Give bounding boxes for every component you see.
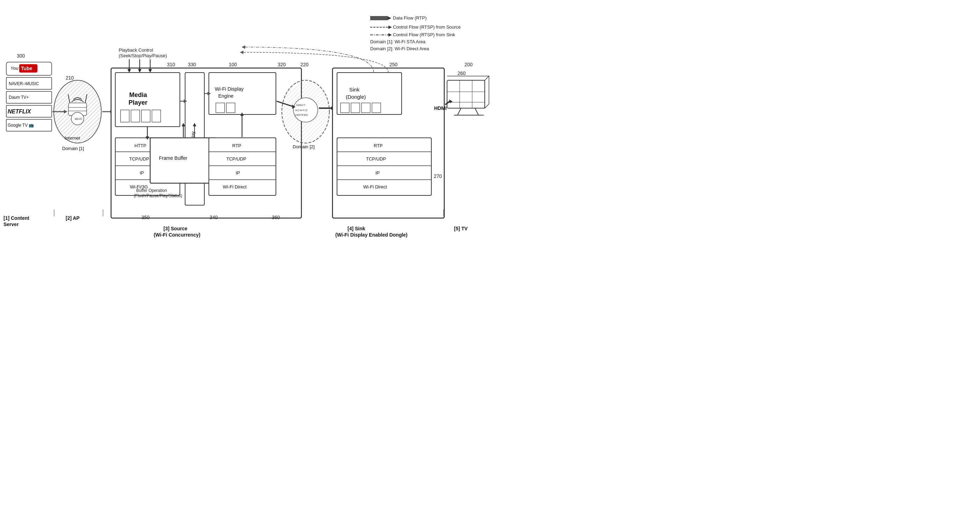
label-270: 270 — [434, 173, 442, 179]
youtube-tube: Tube — [21, 66, 32, 71]
daum-label: Daum TV+ — [9, 95, 29, 100]
playback-control-params: (Seek/Stop/Play/Pause) — [119, 53, 167, 58]
svg-line-85 — [458, 108, 461, 115]
svg-marker-89 — [449, 100, 453, 103]
wifi-badge: Wi-Fi — [75, 117, 82, 121]
direct-text: DIRECT — [296, 104, 305, 106]
wifi-direct-2: Wi-Fi Direct — [363, 184, 387, 189]
label-100: 100 — [229, 62, 237, 67]
label-220: 220 — [301, 62, 309, 67]
section3-label2: (Wi-Fi Concurrency) — [154, 232, 200, 238]
svg-line-88 — [445, 101, 450, 105]
label-330: 330 — [188, 62, 196, 67]
legend-control-sink: Control Flow (RTSP) from Sink — [393, 32, 455, 37]
media-player-label: Media — [129, 92, 147, 98]
ip-1: IP — [140, 170, 144, 176]
media-player-label2: Player — [129, 99, 147, 106]
certified-text: CERTIFIED — [295, 114, 308, 116]
label-350: 350 — [142, 215, 150, 220]
svg-rect-33 — [115, 73, 180, 127]
ip-3: IP — [375, 170, 380, 176]
tcp-udp-2: TCP/UDP — [226, 156, 246, 162]
svg-rect-71 — [337, 73, 402, 114]
tcp-udp-3: TCP/UDP — [366, 156, 386, 162]
sink-dongle-1: Sink — [349, 87, 360, 92]
wifi-badge-2: uc| wi-fi |1 — [295, 109, 308, 112]
domain1-label: Domain [1] — [62, 146, 84, 151]
label-320: 320 — [278, 62, 286, 67]
wifi-direct-1: Wi-Fi Direct — [223, 184, 247, 189]
netflix-label: NETFLIX — [8, 109, 32, 114]
buffer-op-1: Buffer Operation — [136, 188, 167, 193]
label-250: 250 — [390, 62, 398, 67]
label-300: 300 — [17, 53, 25, 59]
section3-label: [3] Source — [164, 226, 188, 231]
legend-domain1: Domain [1]: Wi-Fi STA Area — [370, 39, 426, 44]
http-label: HTTP — [134, 143, 146, 148]
section4-label: [4] Sink — [347, 226, 365, 231]
section5-label: [5] TV — [454, 226, 468, 231]
svg-marker-90 — [240, 51, 243, 54]
playback-control-label: Playback Control — [119, 48, 153, 53]
tcp-udp-1: TCP/UDP — [129, 156, 149, 162]
svg-marker-7 — [388, 33, 392, 36]
wifi-display-engine-2: Engine — [218, 93, 234, 99]
label-360: 360 — [272, 215, 280, 220]
section2-label: [2] AP — [66, 215, 80, 221]
section4-label2: (Wi-Fi Display Enabled Dongle) — [335, 232, 407, 238]
diagram-container: Data Flow (RTP) Control Flow (RTSP) from… — [0, 0, 490, 258]
google-tv-label: Google TV 📺 — [8, 122, 34, 128]
buffer-op-2: (Flush/Pause/Play/Status) — [134, 193, 182, 198]
rtp-2: RTP — [374, 143, 383, 148]
label-210: 210 — [66, 75, 74, 81]
svg-line-86 — [475, 108, 479, 115]
rtp-1: RTP — [232, 143, 241, 148]
label-340: 340 — [210, 215, 218, 220]
label-260: 260 — [458, 70, 466, 76]
svg-rect-2 — [370, 16, 388, 20]
legend-domain2: Domain [2]: Wi-Fi Direct Area — [370, 46, 429, 51]
youtube-label: You — [11, 66, 18, 71]
internet-label: Internet — [65, 135, 80, 141]
frame-buffer-label: Frame Buffer — [159, 155, 188, 161]
svg-rect-80 — [447, 80, 485, 108]
legend-control-source: Control Flow (RTSP) from Source — [393, 24, 461, 30]
hdmi-label: HDMI — [434, 105, 447, 111]
svg-marker-91 — [242, 45, 245, 49]
section1-label: [1] Content — [3, 215, 29, 221]
domain2-label: Domain [2] — [293, 144, 315, 149]
wifi-display-engine-1: Wi-Fi Display — [215, 86, 243, 92]
section1-label2: Server — [3, 222, 19, 227]
svg-marker-5 — [388, 25, 392, 29]
legend-data-flow: Data Flow (RTP) — [393, 15, 427, 21]
svg-marker-3 — [388, 16, 391, 20]
sink-dongle-2: (Dongle) — [346, 94, 366, 100]
label-200: 200 — [465, 62, 473, 67]
naver-label: NAVER○MUSIC — [9, 81, 39, 86]
label-310: 310 — [167, 62, 175, 67]
ip-2: IP — [236, 170, 240, 176]
